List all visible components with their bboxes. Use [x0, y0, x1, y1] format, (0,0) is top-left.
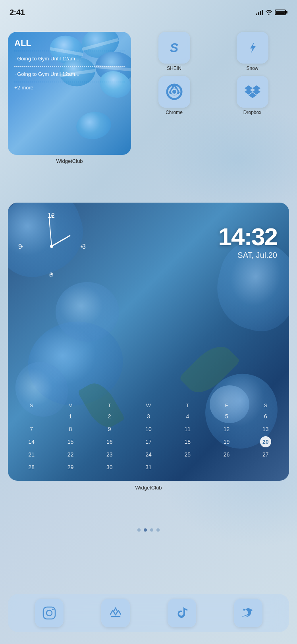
app-shein-container: S SHEIN — [137, 32, 211, 71]
cal-cell: 15 — [51, 436, 90, 447]
app-chrome-icon[interactable] — [158, 76, 190, 108]
signal-icon — [256, 10, 263, 15]
cal-header: S M T W T F S — [12, 402, 285, 408]
wifi-icon — [265, 10, 272, 15]
cal-cell: 6 — [246, 411, 285, 422]
clock-face: 12 3 6 9 — [16, 211, 87, 282]
cal-cell: 16 — [90, 436, 129, 447]
dock-appstore[interactable] — [101, 599, 130, 627]
cal-cell: 26 — [207, 449, 246, 460]
clock-number-3: 3 — [82, 243, 86, 250]
clock-overlay: 12 3 6 9 14:32 SAT, Jul.20 — [16, 211, 289, 282]
cal-cell: 5 — [207, 411, 246, 422]
cal-cell: 10 — [129, 424, 168, 435]
dropbox-logo — [245, 85, 260, 99]
status-icons — [256, 10, 287, 15]
dock-twitter[interactable] — [234, 599, 262, 627]
cal-hdr-t2: T — [168, 402, 207, 408]
dock-tiktok[interactable] — [168, 599, 196, 627]
cal-cell: 25 — [168, 449, 207, 460]
page-dot-0 — [137, 528, 141, 532]
status-time: 2:41 — [10, 8, 25, 17]
instagram-icon — [42, 605, 57, 621]
cal-hdr-m: M — [51, 402, 90, 408]
status-bar: 2:41 — [0, 0, 297, 20]
calendar-overlay: S M T W T F S 1 2 3 4 5 6 7 8 9 10 11 12… — [12, 402, 285, 473]
cal-cell: 29 — [51, 462, 90, 473]
cal-hdr-t1: T — [90, 402, 129, 408]
cal-cell: 7 — [12, 424, 51, 435]
cal-hdr-f: F — [207, 402, 246, 408]
cal-cell: 3 — [129, 411, 168, 422]
rose-widget[interactable]: 12 3 6 9 14:32 SAT, Jul.20 S M T W T F S — [8, 203, 289, 481]
clock-center — [50, 245, 53, 248]
app-snow-container: Snow — [216, 32, 289, 71]
widget-item-1: · Going to Gym Until 12am ... — [14, 54, 125, 64]
dock-instagram[interactable] — [35, 599, 64, 627]
cal-cell — [168, 462, 207, 473]
cal-cell: 21 — [12, 449, 51, 460]
svg-rect-14 — [43, 607, 55, 619]
divider-1 — [14, 51, 125, 51]
widget-all-label: ALL — [14, 38, 125, 48]
rose-widget-label: WidgetClub — [0, 485, 297, 491]
twitter-icon — [241, 605, 256, 621]
app-dropbox-icon[interactable] — [237, 76, 268, 108]
digital-time-overlay: 14:32 SAT, Jul.20 — [218, 224, 277, 260]
cal-cell: 8 — [51, 424, 90, 435]
clock-number-6: 6 — [49, 272, 53, 279]
svg-point-8 — [172, 90, 176, 94]
widgetclub-large-label: WidgetClub — [56, 158, 83, 164]
digital-time: 14:32 — [218, 224, 277, 249]
page-dot-2 — [150, 528, 153, 532]
app-grid: S SHEIN Snow — [137, 32, 289, 115]
cal-cell: 27 — [246, 449, 285, 460]
cal-grid: 1 2 3 4 5 6 7 8 9 10 11 12 13 14 15 16 1… — [12, 411, 285, 473]
top-section: ALL · Going to Gym Until 12am ... · Goin… — [0, 32, 297, 164]
app-snow-label: Snow — [246, 66, 258, 71]
widget-content: ALL · Going to Gym Until 12am ... · Goin… — [8, 32, 131, 155]
cal-cell: 2 — [90, 411, 129, 422]
page-dots — [0, 528, 297, 532]
app-dropbox-container: Dropbox — [216, 76, 289, 115]
cal-cell: 11 — [168, 424, 207, 435]
page-dot-1 — [144, 528, 147, 532]
dock — [8, 594, 289, 632]
app-chrome-label: Chrome — [166, 110, 183, 115]
page-dot-3 — [156, 528, 160, 532]
battery-icon — [275, 10, 287, 15]
widgetclub-large-widget[interactable]: ALL · Going to Gym Until 12am ... · Goin… — [8, 32, 131, 155]
cal-cell: 9 — [90, 424, 129, 435]
hour-hand — [51, 235, 71, 247]
cal-cell-today: 20 — [260, 436, 271, 447]
cal-cell — [207, 462, 246, 473]
cal-cell: 31 — [129, 462, 168, 473]
cal-cell: 23 — [90, 449, 129, 460]
cal-cell: 17 — [129, 436, 168, 447]
app-shein-icon[interactable]: S — [158, 32, 190, 64]
cal-cell: 22 — [51, 449, 90, 460]
cal-cell: 28 — [12, 462, 51, 473]
cal-cell — [12, 411, 51, 422]
svg-point-0 — [268, 14, 270, 15]
cal-cell: 24 — [129, 449, 168, 460]
minute-hand — [49, 218, 52, 246]
widget-item-2: · Going to Gym Until 12am... — [14, 69, 125, 79]
svg-point-15 — [46, 610, 52, 616]
cal-cell: 30 — [90, 462, 129, 473]
bolt-icon — [247, 41, 258, 54]
tiktok-icon — [175, 605, 189, 621]
appstore-icon — [108, 605, 123, 621]
cal-hdr-w: W — [129, 402, 168, 408]
cal-hdr-s2: S — [246, 402, 285, 408]
clock-number-9: 9 — [18, 243, 22, 250]
widget-more: +2 more — [14, 85, 125, 91]
chrome-logo — [166, 83, 183, 101]
divider-2 — [14, 66, 125, 67]
cal-cell: 1 — [51, 411, 90, 422]
app-shein-label: SHEIN — [167, 66, 181, 71]
divider-3 — [14, 82, 125, 82]
svg-point-16 — [52, 609, 54, 610]
cal-cell: 4 — [168, 411, 207, 422]
app-snow-icon[interactable] — [237, 32, 268, 64]
